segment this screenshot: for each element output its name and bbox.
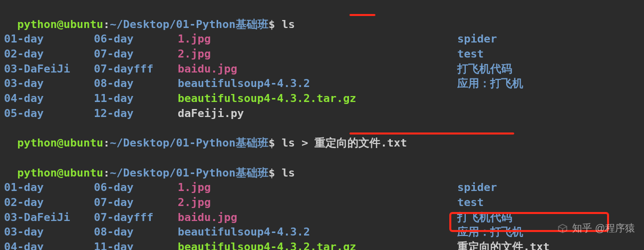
command-ls-2: ls bbox=[282, 166, 295, 179]
file-entry: 04-day bbox=[4, 91, 94, 106]
file-entry-redirect-output: 重定向的文件.txt bbox=[457, 240, 550, 250]
prompt-line-1[interactable]: python@ubuntu:~/Desktop/01-Python基础班$ ls bbox=[4, 2, 640, 32]
prompt-user: python bbox=[17, 136, 57, 149]
prompt-path: ~/Desktop/01-Python基础班 bbox=[110, 166, 269, 179]
file-entry: 05-day bbox=[4, 106, 94, 121]
ls-row: 03-DaFeiJi 07-dayfff baidu.jpg 打飞机代码 bbox=[4, 62, 640, 76]
prompt-path: ~/Desktop/01-Python基础班 bbox=[110, 18, 269, 30]
file-entry: 08-day bbox=[94, 224, 178, 240]
file-entry: 03-day bbox=[4, 224, 94, 240]
ls-row: 04-day 11-day beautifulsoup4-4.3.2.tar.g… bbox=[4, 240, 640, 250]
annotation-underline-ls bbox=[349, 14, 375, 16]
file-entry: spider bbox=[457, 32, 497, 46]
ls-row: 01-day 06-day 1.jpg spider bbox=[4, 32, 640, 46]
prompt-user: python bbox=[17, 18, 57, 30]
command-redirect: ls > 重定向的文件.txt bbox=[282, 136, 407, 149]
file-entry: daFeiji.py bbox=[178, 106, 457, 121]
file-entry: 02-day bbox=[4, 195, 94, 210]
prompt-host: ubuntu bbox=[63, 18, 103, 30]
prompt-colon: : bbox=[103, 18, 110, 30]
prompt-line-3[interactable]: python@ubuntu:~/Desktop/01-Python基础班$ ls bbox=[4, 150, 640, 180]
file-entry: 04-day bbox=[4, 240, 94, 250]
file-entry: 11-day bbox=[94, 91, 178, 106]
ls-row: 04-day 11-day beautifulsoup4-4.3.2.tar.g… bbox=[4, 91, 640, 106]
file-entry: test bbox=[457, 46, 484, 62]
file-entry: 03-DaFeiJi bbox=[4, 210, 94, 225]
ls-output-1: 01-day 06-day 1.jpg spider 02-day 07-day… bbox=[4, 32, 640, 120]
prompt-line-2[interactable]: python@ubuntu:~/Desktop/01-Python基础班$ ls… bbox=[4, 121, 640, 150]
file-entry: 07-day bbox=[94, 46, 178, 62]
zhihu-icon bbox=[557, 223, 568, 234]
annotation-underline-redirect bbox=[349, 132, 514, 134]
prompt-colon: : bbox=[103, 166, 110, 179]
prompt-colon: : bbox=[103, 136, 110, 149]
file-entry: 12-day bbox=[94, 106, 178, 121]
file-entry: test bbox=[457, 195, 484, 210]
file-entry: 1.jpg bbox=[178, 180, 457, 195]
file-entry: 02-day bbox=[4, 46, 94, 62]
file-entry: 01-day bbox=[4, 180, 94, 195]
file-entry: beautifulsoup4-4.3.2 bbox=[178, 224, 457, 240]
prompt-at: @ bbox=[57, 18, 63, 30]
file-entry: 应用：打飞机 bbox=[457, 76, 523, 91]
prompt-dollar: $ bbox=[269, 136, 282, 149]
prompt-host: ubuntu bbox=[63, 166, 103, 179]
file-entry: 07-dayfff bbox=[94, 210, 178, 225]
file-entry: 03-DaFeiJi bbox=[4, 62, 94, 76]
file-entry: 06-day bbox=[94, 180, 178, 195]
ls-row: 03-day 08-day beautifulsoup4-4.3.2 应用：打飞… bbox=[4, 76, 640, 91]
file-entry: 07-dayfff bbox=[94, 62, 178, 76]
file-entry: 01-day bbox=[4, 32, 94, 46]
prompt-user: python bbox=[17, 166, 57, 179]
prompt-dollar: $ bbox=[269, 166, 282, 179]
prompt-dollar: $ bbox=[269, 18, 282, 30]
prompt-at: @ bbox=[57, 166, 63, 179]
file-entry: 03-day bbox=[4, 76, 94, 91]
file-entry: beautifulsoup4-4.3.2.tar.gz bbox=[178, 91, 457, 106]
ls-row: 01-day 06-day 1.jpg spider bbox=[4, 180, 640, 195]
prompt-at: @ bbox=[57, 136, 63, 149]
watermark-text: 知乎 @程序猿 bbox=[572, 222, 635, 235]
prompt-host: ubuntu bbox=[63, 136, 103, 149]
file-entry: 07-day bbox=[94, 195, 178, 210]
prompt-path: ~/Desktop/01-Python基础班 bbox=[110, 136, 269, 149]
file-entry: 08-day bbox=[94, 76, 178, 91]
command-ls-1: ls bbox=[282, 18, 295, 30]
file-entry: beautifulsoup4-4.3.2 bbox=[178, 76, 457, 91]
ls-row: 05-day 12-day daFeiji.py bbox=[4, 106, 640, 121]
file-entry: baidu.jpg bbox=[178, 62, 457, 76]
file-entry: 06-day bbox=[94, 32, 178, 46]
watermark: 知乎 @程序猿 bbox=[557, 222, 635, 235]
file-entry: 2.jpg bbox=[178, 195, 457, 210]
ls-row: 02-day 07-day 2.jpg test bbox=[4, 46, 640, 62]
file-entry: 打飞机代码 bbox=[457, 62, 512, 76]
file-entry: 1.jpg bbox=[178, 32, 457, 46]
file-entry: baidu.jpg bbox=[178, 210, 457, 225]
file-entry: 2.jpg bbox=[178, 46, 457, 62]
file-entry: 11-day bbox=[94, 240, 178, 250]
file-entry: spider bbox=[457, 180, 497, 195]
ls-row: 02-day 07-day 2.jpg test bbox=[4, 195, 640, 210]
file-entry: beautifulsoup4-4.3.2.tar.gz bbox=[178, 240, 457, 250]
